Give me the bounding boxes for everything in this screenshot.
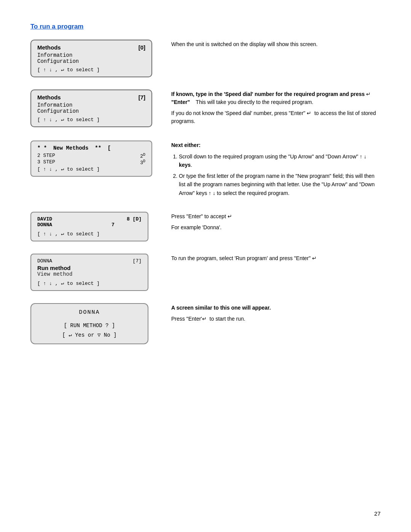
donna-row: DONNA 7 xyxy=(37,222,142,228)
step3-label: 3 STEP xyxy=(37,159,55,166)
step2-num: 2D xyxy=(140,153,145,159)
row-methods-0: Methods [0] Information Configuration [ … xyxy=(30,40,381,77)
right-col-6: A screen similar to this one will appear… xyxy=(171,303,381,344)
right-col-5: To run the program, select 'Run program'… xyxy=(171,254,381,291)
screen-run-method: DONNA [ RUN METHOD ? ] [ ↵ Yes or ▽ No ] xyxy=(30,303,148,344)
screen-methods-7: Methods [7] Information Configuration [ … xyxy=(30,89,152,127)
donna-run-number: [7] xyxy=(133,258,142,264)
row-david-donna: DAVID 8 [D] DONNA 7 [ ↑ ↓ , ↵ to select … xyxy=(30,212,381,241)
right-text-2a: If known, type in the 'Speed dial' numbe… xyxy=(171,90,381,106)
screen-new-methods: * * New Methods ** [ 2 STEP 2D 3 STEP 3D… xyxy=(30,141,152,177)
left-col-6: DONNA [ RUN METHOD ? ] [ ↵ Yes or ▽ No ] xyxy=(30,303,160,344)
methods-7-item1: Information xyxy=(37,102,145,108)
next-either-list: Scroll down to the required program usin… xyxy=(171,152,381,200)
donna-run-name: DONNA xyxy=(37,258,52,264)
right-col-2: If known, type in the 'Speed dial' numbe… xyxy=(171,89,381,128)
david-value: 8 [D] xyxy=(127,216,142,222)
page-number: 27 xyxy=(374,510,381,517)
left-col-1: Methods [0] Information Configuration [ … xyxy=(30,40,160,77)
right-col-3: Next either: Scroll down to the required… xyxy=(171,141,381,200)
run-method-question: [ RUN METHOD ? ] xyxy=(37,323,142,329)
methods-7-title: Methods xyxy=(37,94,61,101)
right-col-1: When the unit is switched on the display… xyxy=(171,40,381,77)
right-text-6b: Press "Enter'↵ to start the run. xyxy=(171,315,381,323)
new-methods-title-row: * * New Methods ** [ xyxy=(37,145,145,151)
row-new-methods: * * New Methods ** [ 2 STEP 2D 3 STEP 3D… xyxy=(30,141,381,200)
donna-value: 7 xyxy=(112,222,115,228)
next-either-item2: Or type the first letter of the program … xyxy=(179,172,381,197)
right-text-4b: For example 'Donna'. xyxy=(171,224,381,232)
right-text-2b: If you do not know the 'Speed dial' numb… xyxy=(171,109,381,125)
row-run-method-screen: DONNA [ RUN METHOD ? ] [ ↵ Yes or ▽ No ]… xyxy=(30,303,381,344)
new-methods-title: * * New Methods ** [ xyxy=(37,145,111,151)
methods-7-nav: [ ↑ ↓ , ↵ to select ] xyxy=(37,117,145,123)
run-method-yes-no: [ ↵ Yes or ▽ No ] xyxy=(37,332,142,338)
row-donna-run: DONNA [7] Run method View method [ ↑ ↓ ,… xyxy=(30,254,381,291)
next-either-label: Next either: xyxy=(171,141,381,149)
screen-david-donna: DAVID 8 [D] DONNA 7 [ ↑ ↓ , ↵ to select … xyxy=(30,212,148,241)
david-label: DAVID xyxy=(37,216,52,222)
section-title: To run a program xyxy=(30,23,381,30)
run-method-label: Run method xyxy=(37,265,142,271)
right-col-4: Press "Enter" to accept ↵ For example 'D… xyxy=(171,212,381,241)
left-col-2: Methods [7] Information Configuration [ … xyxy=(30,89,160,128)
methods-0-item2: Configuration xyxy=(37,58,145,64)
right-text-4a: Press "Enter" to accept ↵ xyxy=(171,212,381,220)
david-row: DAVID 8 [D] xyxy=(37,216,142,222)
next-either-item1: Scroll down to the required program usin… xyxy=(179,152,381,169)
left-col-3: * * New Methods ** [ 2 STEP 2D 3 STEP 3D… xyxy=(30,141,160,200)
methods-0-num: [0] xyxy=(139,44,145,51)
left-col-5: DONNA [7] Run method View method [ ↑ ↓ ,… xyxy=(30,254,160,291)
methods-0-item1: Information xyxy=(37,52,145,58)
right-text-6a: A screen similar to this one will appear… xyxy=(171,304,381,312)
step2-label: 2 STEP xyxy=(37,153,55,159)
methods-7-num: [7] xyxy=(139,94,145,101)
left-col-4: DAVID 8 [D] DONNA 7 [ ↑ ↓ , ↵ to select … xyxy=(30,212,160,241)
new-methods-step2: 2 STEP 2D xyxy=(37,153,145,159)
right-text-1: When the unit is switched on the display… xyxy=(171,40,381,48)
methods-0-title: Methods xyxy=(37,44,61,51)
screen-methods-0: Methods [0] Information Configuration [ … xyxy=(30,40,152,77)
step3-num: 3D xyxy=(140,159,145,166)
new-methods-nav: [ ↑ ↓ , ↵ to select ] xyxy=(37,166,145,172)
run-method-donna-title: DONNA xyxy=(37,309,142,316)
screen-donna-run-method: DONNA [7] Run method View method [ ↑ ↓ ,… xyxy=(30,254,148,291)
row-methods-7: Methods [7] Information Configuration [ … xyxy=(30,89,381,128)
right-text-5: To run the program, select 'Run program'… xyxy=(171,254,381,262)
donna-run-nav: [ ↑ ↓ , ↵ to select ] xyxy=(37,280,142,286)
donna-label: DONNA xyxy=(37,222,52,228)
methods-7-item2: Configuration xyxy=(37,108,145,114)
donna-run-top-row: DONNA [7] xyxy=(37,258,142,264)
david-donna-nav: [ ↑ ↓ , ↵ to select ] xyxy=(37,231,142,237)
view-method-label: View method xyxy=(37,271,142,277)
methods-0-nav: [ ↑ ↓ , ↵ to select ] xyxy=(37,67,145,73)
new-methods-step3: 3 STEP 3D xyxy=(37,159,145,166)
